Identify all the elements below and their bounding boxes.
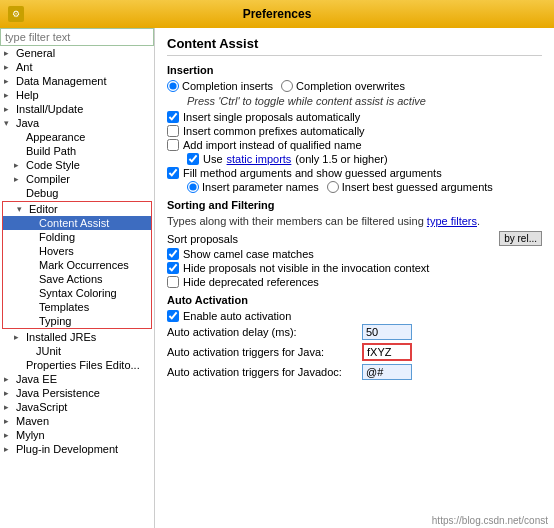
sidebar-item-java-ee[interactable]: ▸Java EE bbox=[0, 372, 154, 386]
completion-overwrites-option[interactable]: Completion overwrites bbox=[281, 80, 405, 92]
sidebar-item-debug[interactable]: Debug bbox=[0, 186, 154, 200]
sidebar-item-general[interactable]: ▸General bbox=[0, 46, 154, 60]
sidebar-item-save-actions[interactable]: Save Actions bbox=[3, 272, 151, 286]
sidebar-item-label: Ant bbox=[16, 61, 33, 73]
single-proposals-row: Insert single proposals automatically bbox=[167, 111, 542, 123]
best-guessed-option[interactable]: Insert best guessed arguments bbox=[327, 181, 493, 193]
sidebar-item-mylyn[interactable]: ▸Mylyn bbox=[0, 428, 154, 442]
param-names-option[interactable]: Insert parameter names bbox=[187, 181, 319, 193]
sidebar-item-label: Typing bbox=[39, 315, 71, 327]
completion-inserts-option[interactable]: Completion inserts bbox=[167, 80, 273, 92]
insertion-title: Insertion bbox=[167, 64, 542, 76]
sidebar: ▸General▸Ant▸Data Management▸Help▸Instal… bbox=[0, 28, 155, 528]
sidebar-item-label: Mylyn bbox=[16, 429, 45, 441]
enable-auto-row: Enable auto activation bbox=[167, 310, 542, 322]
completion-radio-group: Completion inserts Completion overwrites bbox=[167, 80, 542, 92]
java-triggers-label: Auto activation triggers for Java: bbox=[167, 346, 362, 358]
ctrl-note: Press 'Ctrl' to toggle while content ass… bbox=[187, 95, 542, 107]
sidebar-item-help[interactable]: ▸Help bbox=[0, 88, 154, 102]
sidebar-item-templates[interactable]: Templates bbox=[3, 300, 151, 314]
tree-arrow: ▸ bbox=[4, 104, 16, 114]
sidebar-item-label: Appearance bbox=[26, 131, 85, 143]
common-prefixes-row: Insert common prefixes automatically bbox=[167, 125, 542, 137]
tree-arrow: ▸ bbox=[4, 48, 16, 58]
static-imports-link[interactable]: static imports bbox=[227, 153, 292, 165]
sidebar-item-code-style[interactable]: ▸Code Style bbox=[0, 158, 154, 172]
sidebar-item-appearance[interactable]: Appearance bbox=[0, 130, 154, 144]
sidebar-item-java-persistence[interactable]: ▸Java Persistence bbox=[0, 386, 154, 400]
sidebar-item-folding[interactable]: Folding bbox=[3, 230, 151, 244]
sidebar-item-data-management[interactable]: ▸Data Management bbox=[0, 74, 154, 88]
sidebar-item-label: Build Path bbox=[26, 145, 76, 157]
sidebar-item-label: Plug-in Development bbox=[16, 443, 118, 455]
add-import-checkbox[interactable] bbox=[167, 139, 179, 151]
sidebar-item-label: Maven bbox=[16, 415, 49, 427]
sidebar-item-label: Java Persistence bbox=[16, 387, 100, 399]
filter-input[interactable] bbox=[0, 28, 154, 46]
hide-not-visible-row: Hide proposals not visible in the invoca… bbox=[167, 262, 542, 274]
sort-proposals-label: Sort proposals bbox=[167, 233, 238, 245]
sidebar-item-label: Templates bbox=[39, 301, 89, 313]
sidebar-item-javascript[interactable]: ▸JavaScript bbox=[0, 400, 154, 414]
tree-arrow: ▸ bbox=[14, 332, 26, 342]
tree-arrow: ▸ bbox=[4, 388, 16, 398]
best-guessed-radio[interactable] bbox=[327, 181, 339, 193]
sidebar-item-label: Code Style bbox=[26, 159, 80, 171]
param-radio-group: Insert parameter names Insert best guess… bbox=[187, 181, 542, 193]
single-proposals-checkbox[interactable] bbox=[167, 111, 179, 123]
sidebar-item-maven[interactable]: ▸Maven bbox=[0, 414, 154, 428]
camel-case-checkbox[interactable] bbox=[167, 248, 179, 260]
param-names-radio[interactable] bbox=[187, 181, 199, 193]
static-imports-checkbox[interactable] bbox=[187, 153, 199, 165]
sidebar-item-label: Help bbox=[16, 89, 39, 101]
tree-arrow: ▸ bbox=[4, 416, 16, 426]
sidebar-item-junit[interactable]: JUnit bbox=[0, 344, 154, 358]
url-text: https://blog.csdn.net/const bbox=[432, 515, 548, 526]
sidebar-item-properties-files-editor[interactable]: Properties Files Edito... bbox=[0, 358, 154, 372]
hide-deprecated-checkbox[interactable] bbox=[167, 276, 179, 288]
tree-arrow: ▾ bbox=[4, 118, 16, 128]
common-prefixes-checkbox[interactable] bbox=[167, 125, 179, 137]
hide-not-visible-checkbox[interactable] bbox=[167, 262, 179, 274]
sidebar-item-label: General bbox=[16, 47, 55, 59]
camel-case-row: Show camel case matches bbox=[167, 248, 542, 260]
fill-method-checkbox[interactable] bbox=[167, 167, 179, 179]
sidebar-item-java[interactable]: ▾Java bbox=[0, 116, 154, 130]
tree-arrow: ▾ bbox=[17, 204, 29, 214]
sidebar-item-installed-jres[interactable]: ▸Installed JREs bbox=[0, 330, 154, 344]
enable-auto-checkbox[interactable] bbox=[167, 310, 179, 322]
auto-activation-title: Auto Activation bbox=[167, 294, 542, 306]
sidebar-item-label: Installed JREs bbox=[26, 331, 96, 343]
title-bar-icon: ⚙ bbox=[8, 6, 24, 22]
completion-inserts-radio[interactable] bbox=[167, 80, 179, 92]
sidebar-item-content-assist[interactable]: Content Assist bbox=[3, 216, 151, 230]
sidebar-item-plug-in-development[interactable]: ▸Plug-in Development bbox=[0, 442, 154, 456]
tree-arrow: ▸ bbox=[14, 160, 26, 170]
sorting-title: Sorting and Filtering bbox=[167, 199, 542, 211]
by-rel-button[interactable]: by rel... bbox=[499, 231, 542, 246]
sidebar-item-label: Data Management bbox=[16, 75, 107, 87]
sidebar-item-editor[interactable]: ▾Editor bbox=[3, 202, 151, 216]
static-imports-row: Use static imports (only 1.5 or higher) bbox=[187, 153, 542, 165]
sidebar-item-label: Save Actions bbox=[39, 273, 103, 285]
sidebar-item-mark-occurrences[interactable]: Mark Occurrences bbox=[3, 258, 151, 272]
sort-proposals-row: Sort proposals by rel... bbox=[167, 231, 542, 246]
sidebar-item-hovers[interactable]: Hovers bbox=[3, 244, 151, 258]
tree-arrow: ▸ bbox=[4, 444, 16, 454]
auto-activation-section: Auto Activation Enable auto activation A… bbox=[167, 294, 542, 380]
sidebar-item-label: JUnit bbox=[36, 345, 61, 357]
completion-overwrites-radio[interactable] bbox=[281, 80, 293, 92]
sidebar-item-typing[interactable]: Typing bbox=[3, 314, 151, 328]
java-triggers-input[interactable] bbox=[362, 343, 412, 361]
delay-input[interactable] bbox=[362, 324, 412, 340]
sidebar-item-ant[interactable]: ▸Ant bbox=[0, 60, 154, 74]
sidebar-item-label: Hovers bbox=[39, 245, 74, 257]
sidebar-item-label: Folding bbox=[39, 231, 75, 243]
sidebar-item-compiler[interactable]: ▸Compiler bbox=[0, 172, 154, 186]
javadoc-triggers-input[interactable] bbox=[362, 364, 412, 380]
type-filters-link[interactable]: type filters bbox=[427, 215, 477, 227]
sidebar-item-syntax-coloring[interactable]: Syntax Coloring bbox=[3, 286, 151, 300]
sidebar-item-build-path[interactable]: Build Path bbox=[0, 144, 154, 158]
hide-deprecated-row: Hide deprecated references bbox=[167, 276, 542, 288]
sidebar-item-install-update[interactable]: ▸Install/Update bbox=[0, 102, 154, 116]
